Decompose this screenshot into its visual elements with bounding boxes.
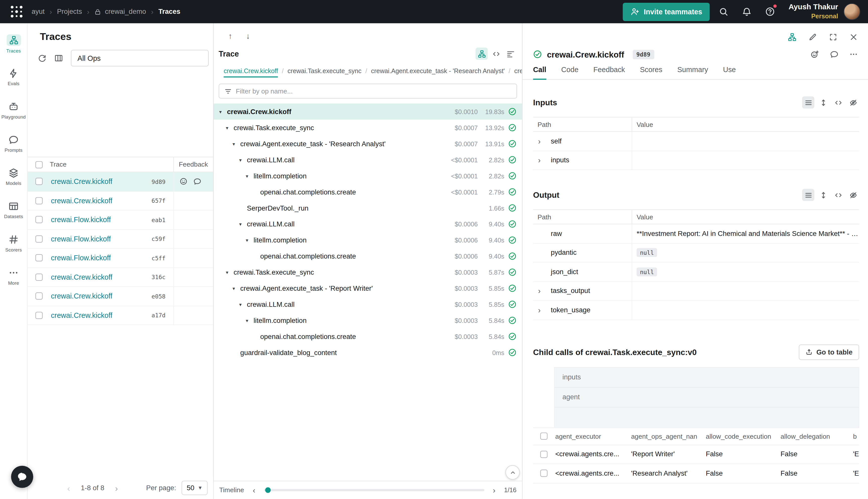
trace-row[interactable]: crewai.Flow.kickoffc5ff bbox=[28, 249, 213, 268]
chevron-right-icon[interactable]: › bbox=[533, 156, 551, 164]
op-filter-input[interactable] bbox=[236, 87, 512, 95]
trace-op-link[interactable]: crewai.Crew.kickoff bbox=[51, 273, 112, 281]
data-row[interactable]: ›token_usage bbox=[533, 301, 859, 320]
chat-launcher[interactable] bbox=[11, 466, 33, 488]
trace-tree-row[interactable]: ▾litellm.completion$0.00035.84s bbox=[214, 312, 522, 328]
breadcrumb-project[interactable]: crewai_demo bbox=[105, 8, 146, 15]
next-page-button[interactable]: › bbox=[110, 481, 123, 495]
trace-tree-row[interactable]: guardrail-validate_blog_content0ms bbox=[214, 344, 522, 361]
caret-down-icon[interactable]: ▾ bbox=[246, 237, 254, 243]
sidebar-item-evals[interactable]: Evals bbox=[0, 63, 27, 91]
go-to-table-button[interactable]: Go to table bbox=[799, 344, 859, 360]
trace-breadcrumb-tab[interactable]: crewai.LLM.call bbox=[514, 68, 522, 78]
feedback-column-header[interactable]: Feedback bbox=[173, 157, 213, 172]
next-trace-button[interactable]: ↓ bbox=[243, 31, 253, 41]
row-checkbox[interactable] bbox=[35, 216, 42, 223]
trace-tree-row[interactable]: openai.chat.completions.create$0.00035.8… bbox=[214, 328, 522, 344]
trace-tree-row[interactable]: ▾crewai.Task.execute_sync$0.000713.92s bbox=[214, 120, 522, 136]
side-panel-button[interactable] bbox=[786, 32, 798, 42]
hide-button[interactable] bbox=[847, 189, 859, 201]
trace-tree-row[interactable]: SerperDevTool._run1.66s bbox=[214, 200, 522, 216]
flamegraph-button[interactable] bbox=[504, 48, 516, 60]
select-all-checkbox[interactable] bbox=[35, 161, 42, 168]
data-row[interactable]: json_dictnull bbox=[533, 263, 859, 282]
select-all-checkbox[interactable] bbox=[540, 433, 547, 440]
column-header[interactable]: allow_delegation bbox=[779, 432, 852, 440]
add-reaction-button[interactable] bbox=[809, 49, 820, 60]
caret-down-icon[interactable]: ▾ bbox=[226, 125, 234, 130]
column-header[interactable]: agent_executor bbox=[554, 432, 630, 440]
prev-page-button[interactable]: ‹ bbox=[62, 481, 75, 495]
trace-tree-row[interactable]: ▾crewai.LLM.call$0.00035.85s bbox=[214, 296, 522, 312]
user-menu[interactable]: Ayush Thakur Personal bbox=[789, 3, 860, 20]
manage-columns-button[interactable] bbox=[51, 50, 66, 66]
column-header[interactable]: agent_ops_agent_nan bbox=[630, 432, 705, 440]
caret-down-icon[interactable]: ▾ bbox=[239, 157, 247, 162]
comment-button[interactable] bbox=[829, 49, 840, 60]
trace-op-link[interactable]: crewai.Flow.kickoff bbox=[51, 235, 111, 243]
trace-row[interactable]: crewai.Crew.kickoff9d89 bbox=[28, 172, 213, 191]
trace-row[interactable]: crewai.Flow.kickoffeab1 bbox=[28, 210, 213, 230]
wandb-logo[interactable] bbox=[9, 4, 24, 19]
caret-down-icon[interactable]: ▾ bbox=[239, 221, 247, 227]
chevron-right-icon[interactable]: › bbox=[533, 287, 551, 295]
ops-filter-dropdown[interactable]: All Ops bbox=[71, 50, 209, 66]
trace-op-link[interactable]: crewai.Flow.kickoff bbox=[51, 254, 111, 262]
trace-op-link[interactable]: crewai.Crew.kickoff bbox=[51, 196, 112, 205]
trace-breadcrumb-tab[interactable]: crewai.Task.execute_sync bbox=[288, 68, 361, 78]
sidebar-item-models[interactable]: Models bbox=[0, 163, 27, 191]
help-button[interactable] bbox=[761, 2, 780, 21]
fullscreen-button[interactable] bbox=[828, 32, 839, 42]
trace-row[interactable]: crewai.Crew.kickoff316c bbox=[28, 268, 213, 287]
sidebar-item-scorers[interactable]: Scorers bbox=[0, 229, 27, 257]
table-row[interactable]: <crewai.agents.cre...'Report Writer'Fals… bbox=[533, 445, 859, 464]
caret-down-icon[interactable]: ▾ bbox=[219, 109, 227, 114]
caret-down-icon[interactable]: ▾ bbox=[246, 173, 254, 179]
tab-use[interactable]: Use bbox=[723, 65, 736, 79]
data-row[interactable]: ›tasks_output bbox=[533, 282, 859, 301]
caret-down-icon[interactable]: ▾ bbox=[233, 141, 240, 146]
sidebar-item-more[interactable]: More bbox=[0, 263, 27, 291]
trace-breadcrumb-tab[interactable]: crewai.Crew.kickoff bbox=[224, 68, 278, 78]
collapse-timeline-button[interactable] bbox=[505, 465, 520, 479]
column-header[interactable]: b bbox=[852, 432, 859, 440]
trace-tree-row[interactable]: ▾crewai.LLM.call$0.00069.40s bbox=[214, 216, 522, 232]
caret-down-icon[interactable]: ▾ bbox=[246, 318, 254, 323]
timeline-handle[interactable] bbox=[265, 487, 271, 493]
row-checkbox[interactable] bbox=[540, 451, 547, 458]
trace-row[interactable]: crewai.Flow.kickoffc59f bbox=[28, 230, 213, 249]
tab-feedback[interactable]: Feedback bbox=[594, 65, 625, 79]
prev-trace-button[interactable]: ↑ bbox=[225, 31, 235, 41]
row-checkbox[interactable] bbox=[35, 292, 42, 300]
data-row[interactable]: ›self bbox=[533, 132, 859, 151]
user-avatar[interactable] bbox=[844, 3, 860, 20]
chevron-right-icon[interactable]: › bbox=[533, 137, 551, 145]
trace-row[interactable]: crewai.Crew.kickoff657f bbox=[28, 192, 213, 210]
trace-op-link[interactable]: crewai.Crew.kickoff bbox=[51, 178, 112, 186]
caret-down-icon[interactable]: ▾ bbox=[233, 285, 240, 291]
trace-column-header[interactable]: Trace bbox=[50, 160, 173, 168]
trace-tree-row[interactable]: ▾crewai.Crew.kickoff$0.001019.83s bbox=[214, 104, 522, 120]
sidebar-item-traces[interactable]: Traces bbox=[0, 30, 27, 58]
reaction-button[interactable] bbox=[179, 177, 188, 186]
trace-op-link[interactable]: crewai.Crew.kickoff bbox=[51, 311, 112, 319]
data-row[interactable]: pydanticnull bbox=[533, 243, 859, 263]
search-button[interactable] bbox=[714, 2, 733, 21]
sidebar-item-prompts[interactable]: Prompts bbox=[0, 130, 27, 158]
sidebar-item-playground[interactable]: Playground bbox=[0, 97, 27, 125]
trace-tree-row[interactable]: ▾crewai.Agent.execute_task - 'Report Wri… bbox=[214, 280, 522, 296]
timeline-prev-button[interactable]: ‹ bbox=[249, 485, 259, 495]
per-page-select[interactable]: 50 ▼ bbox=[182, 480, 208, 495]
row-checkbox[interactable] bbox=[35, 197, 42, 204]
refresh-button[interactable] bbox=[34, 50, 50, 66]
trace-tree-row[interactable]: ▾crewai.Agent.execute_task - 'Research A… bbox=[214, 136, 522, 152]
edit-button[interactable] bbox=[807, 32, 818, 42]
trace-tree-row[interactable]: ▾litellm.completion$0.00069.40s bbox=[214, 232, 522, 248]
invite-teammates-button[interactable]: Invite teammates bbox=[623, 2, 710, 21]
tree-view-button[interactable] bbox=[475, 48, 487, 60]
notifications-button[interactable] bbox=[737, 2, 756, 21]
close-button[interactable] bbox=[848, 32, 859, 42]
trace-row[interactable]: crewai.Crew.kickoffa17d bbox=[28, 306, 213, 325]
data-row[interactable]: raw**Investment Report: AI in Chemical a… bbox=[533, 224, 859, 243]
breadcrumb-projects[interactable]: Projects bbox=[57, 8, 82, 15]
